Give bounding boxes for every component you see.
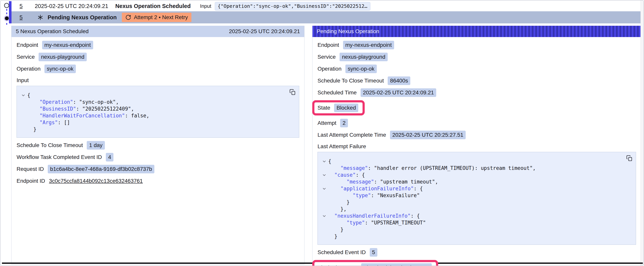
code-text: "nexusHandlerFailureInfo": { bbox=[328, 212, 420, 219]
chevron-spacer bbox=[19, 119, 27, 126]
field-endpoint-id: Endpoint ID3c0c75ccfa8144b092c13ce632463… bbox=[16, 177, 299, 185]
code-text: "HandlerWaitForCancellation": false, bbox=[27, 112, 149, 119]
code-text: { bbox=[328, 158, 331, 165]
field-value: 2 bbox=[340, 119, 348, 127]
retry-icon bbox=[125, 15, 131, 20]
collapse-chevron-icon[interactable] bbox=[19, 92, 27, 99]
collapse-chevron-icon[interactable] bbox=[320, 158, 328, 165]
chevron-spacer bbox=[320, 199, 328, 206]
field-state: StateBlocked bbox=[312, 100, 365, 115]
field-value: 86400s bbox=[388, 76, 410, 85]
panel-timestamp: 2025-02-25 UTC 20:24:09.21 bbox=[229, 28, 300, 35]
scheduled-panel-body: Endpointmy-nexus-endpointServicenexus-pl… bbox=[12, 37, 304, 185]
chevron-spacer bbox=[320, 165, 328, 172]
field-service: Servicenexus-playground bbox=[318, 53, 636, 61]
field-label: Schedule To Close Timeout bbox=[318, 78, 384, 84]
code-line: "Args": [] bbox=[19, 119, 295, 126]
field-scheduled-event-id: Scheduled Event ID5 bbox=[318, 248, 636, 257]
event-title: Nexus Operation Scheduled bbox=[115, 3, 191, 9]
field-schedule-to-close-timeout: Schedule To Close Timeout1 day bbox=[16, 141, 299, 150]
code-line: "nexusHandlerFailureInfo": { bbox=[320, 212, 632, 219]
code-text: }, bbox=[328, 206, 346, 212]
pending-panel-body: Endpointmy-nexus-endpointServicenexus-pl… bbox=[312, 37, 641, 266]
code-line: } bbox=[320, 226, 632, 233]
collapse-chevron-icon[interactable] bbox=[320, 172, 328, 178]
event-open-circle-icon bbox=[4, 3, 9, 8]
code-line: } bbox=[320, 199, 632, 206]
field-schedule-to-close-timeout: Schedule To Close Timeout86400s bbox=[318, 76, 636, 85]
event-timestamp: 2025-02-25 UTC 20:24:09.21 bbox=[35, 3, 108, 9]
code-text: { bbox=[27, 92, 30, 99]
chevron-spacer bbox=[19, 106, 27, 112]
chevron-spacer bbox=[320, 219, 328, 226]
code-text: "type": "NexusFailure" bbox=[328, 192, 420, 199]
attempt-retry-badge: Attempt 2 • Next Retry bbox=[122, 13, 192, 22]
field-value: The circuit breaker is open. bbox=[361, 263, 432, 266]
event-id-link[interactable]: 5 bbox=[20, 14, 22, 21]
copy-button[interactable] bbox=[626, 155, 633, 162]
field-value[interactable]: 3c0c75ccfa8144b092c13ce632463761 bbox=[49, 178, 143, 184]
event-id-link[interactable]: 5 bbox=[20, 3, 22, 9]
json-content: { "message": "handler error (UPSTREAM_TI… bbox=[318, 152, 636, 245]
code-line: "Operation": "sync-op-ok", bbox=[19, 99, 295, 106]
event-title: Pending Nexus Operation bbox=[48, 14, 117, 21]
event-current-dot-icon bbox=[5, 16, 9, 20]
chevron-spacer bbox=[320, 178, 328, 185]
json-content: { "Operation": "sync-op-ok", "BusinessID… bbox=[16, 86, 299, 138]
code-line: } bbox=[320, 233, 632, 240]
field-value: 1 day bbox=[87, 141, 105, 150]
panel-title: 5 Nexus Operation Scheduled bbox=[16, 28, 89, 35]
field-label: Scheduled Event ID bbox=[318, 249, 366, 255]
code-text: "Args": [] bbox=[27, 119, 70, 126]
pending-asterisk-icon bbox=[38, 15, 43, 20]
event-row-pending[interactable]: 5 Pending Nexus Operation Attempt 2 • Ne… bbox=[12, 11, 641, 24]
code-text: "cause": { bbox=[328, 172, 365, 178]
field-value: nexus-playground bbox=[38, 53, 87, 61]
failure-section-label: Last Attempt Failure bbox=[318, 143, 636, 150]
copy-icon bbox=[626, 155, 632, 161]
chevron-spacer bbox=[19, 99, 27, 106]
input-preview-chip: {"Operation":"sync-op-ok","BusinessID":"… bbox=[215, 2, 370, 11]
chevron-spacer bbox=[320, 233, 328, 240]
scheduled-panel-header: 5 Nexus Operation Scheduled 2025-02-25 U… bbox=[12, 26, 304, 37]
field-workflow-task-completed-event-id: Workflow Task Completed Event ID4 bbox=[16, 153, 299, 161]
field-value: 2025-02-25 UTC 20:25:27.51 bbox=[390, 131, 466, 139]
failure-json-block: { "message": "handler error (UPSTREAM_TI… bbox=[318, 152, 636, 245]
code-line: "type": "NexusFailure" bbox=[320, 192, 632, 199]
event-row-scheduled[interactable]: 5 2025-02-25 UTC 20:24:09.21 Nexus Opera… bbox=[12, 1, 641, 11]
collapse-chevron-icon[interactable] bbox=[320, 185, 328, 192]
code-text: "Operation": "sync-op-ok", bbox=[27, 99, 119, 106]
code-line: "cause": { bbox=[320, 172, 632, 178]
field-label: Schedule To Close Timeout bbox=[16, 142, 83, 148]
scheduled-event-panel: 5 Nexus Operation Scheduled 2025-02-25 U… bbox=[11, 26, 304, 264]
field-label: Attempt bbox=[318, 120, 336, 126]
field-label: Blocked Reason bbox=[318, 264, 357, 266]
field-operation: Operationsync-op-ok bbox=[318, 65, 636, 73]
code-text: "message": "upstream timeout", bbox=[328, 178, 438, 185]
field-value: 4 bbox=[106, 153, 114, 161]
input-section-label: Input bbox=[16, 77, 299, 84]
field-label: Endpoint bbox=[318, 42, 339, 48]
input-json-block: { "Operation": "sync-op-ok", "BusinessID… bbox=[16, 86, 299, 138]
field-label: State bbox=[318, 105, 330, 111]
collapse-chevron-icon[interactable] bbox=[320, 212, 328, 219]
field-endpoint: Endpointmy-nexus-endpoint bbox=[16, 41, 299, 49]
scrollbar[interactable] bbox=[640, 1, 644, 265]
copy-button[interactable] bbox=[289, 89, 296, 96]
field-operation: Operationsync-op-ok bbox=[16, 65, 299, 73]
field-label: Operation bbox=[16, 66, 40, 72]
field-request-id: Request IDb1c6a4bc-8ee7-468a-9169-df3b02… bbox=[16, 165, 299, 173]
field-value: nexus-playground bbox=[340, 53, 388, 61]
code-text: } bbox=[328, 226, 344, 233]
field-label: Service bbox=[318, 54, 336, 60]
field-value: Blocked bbox=[334, 104, 358, 112]
field-value: b1c6a4bc-8ee7-468a-9169-df3b02c8737b bbox=[48, 165, 154, 173]
copy-icon bbox=[290, 89, 296, 95]
input-label: Input bbox=[200, 3, 211, 9]
field-label: Request ID bbox=[16, 166, 44, 172]
pending-operation-panel: Pending Nexus Operation Endpointmy-nexus… bbox=[312, 26, 641, 266]
code-line: "type": "UPSTREAM_TIMEOUT" bbox=[320, 219, 632, 226]
field-value: my-nexus-endpoint bbox=[42, 41, 93, 49]
code-line: { bbox=[19, 92, 295, 99]
field-value: 5 bbox=[370, 248, 378, 257]
